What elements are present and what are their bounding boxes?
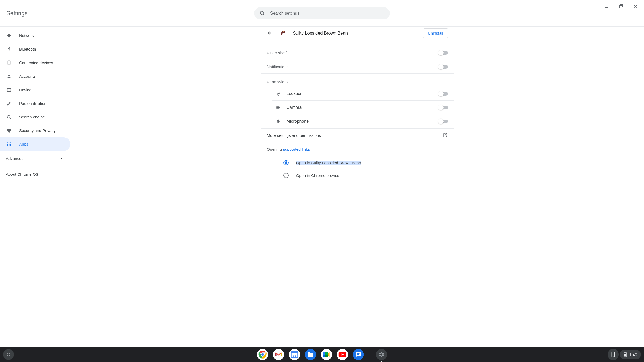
apps-grid-icon <box>6 142 12 147</box>
permission-microphone-label: Microphone <box>287 119 309 124</box>
svg-rect-25 <box>276 106 279 109</box>
shelf: 31 1:40 <box>0 347 644 362</box>
app-title: Settings <box>6 10 28 17</box>
radio-open-in-chrome[interactable]: Open in Chrome browser <box>267 169 448 182</box>
sidebar-item-label: Connected devices <box>19 60 53 65</box>
system-tray[interactable]: 1:40 <box>620 350 641 359</box>
laptop-icon <box>6 87 12 93</box>
app-detail-panel: Sulky Lopsided Brown Bean Uninstall Pin … <box>261 27 454 347</box>
svg-rect-26 <box>277 120 279 122</box>
svg-point-14 <box>7 142 8 143</box>
svg-rect-2 <box>619 5 622 8</box>
svg-point-22 <box>10 145 11 146</box>
svg-point-16 <box>10 142 11 143</box>
sidebar-item-bluetooth[interactable]: Bluetooth <box>0 42 70 56</box>
window-restore-button[interactable] <box>618 4 624 9</box>
supported-links-link[interactable]: supported links <box>283 147 310 151</box>
sidebar-item-label: Search engine <box>19 115 45 119</box>
shelf-app-calendar[interactable]: 31 <box>289 349 300 360</box>
launcher-icon <box>7 353 10 356</box>
sidebar-item-accounts[interactable]: Accounts <box>0 69 70 83</box>
svg-point-12 <box>7 115 10 118</box>
shelf-separator <box>370 350 370 359</box>
shelf-app-messages[interactable] <box>353 349 364 360</box>
more-settings-label: More settings and permissions <box>267 133 321 138</box>
search-input[interactable] <box>270 11 384 16</box>
svg-point-18 <box>9 144 10 145</box>
svg-point-24 <box>278 93 279 94</box>
location-icon <box>275 91 281 96</box>
sidebar-about-chromeos[interactable]: About Chrome OS <box>0 166 70 182</box>
sidebar-item-label: Device <box>19 88 31 92</box>
shelf-app-gmail[interactable] <box>273 349 284 360</box>
svg-point-20 <box>7 145 8 146</box>
svg-line-13 <box>10 118 11 119</box>
svg-rect-44 <box>624 354 626 357</box>
svg-point-17 <box>7 144 8 145</box>
uninstall-button[interactable]: Uninstall <box>423 28 448 38</box>
sidebar-item-label: Apps <box>19 142 28 146</box>
shelf-app-youtube[interactable] <box>337 349 348 360</box>
shelf-app-chrome[interactable] <box>257 349 268 360</box>
camera-icon <box>275 105 281 110</box>
app-icon <box>279 29 287 37</box>
notifications-label: Notifications <box>267 64 289 69</box>
sidebar-item-label: Personalization <box>19 101 47 106</box>
search-box[interactable] <box>254 7 390 19</box>
svg-rect-31 <box>291 351 298 353</box>
svg-point-9 <box>8 75 10 76</box>
more-settings-row[interactable]: More settings and permissions <box>261 128 454 142</box>
sidebar-item-device[interactable]: Device <box>0 83 70 97</box>
svg-point-29 <box>261 353 264 356</box>
window-minimize-button[interactable] <box>604 4 609 9</box>
sidebar-about-label: About Chrome OS <box>6 172 39 176</box>
person-icon <box>6 74 12 79</box>
sidebar: Network Bluetooth Connected devices Acco… <box>0 27 70 347</box>
open-in-new-icon <box>442 133 448 138</box>
window-close-button[interactable] <box>633 4 638 9</box>
permission-camera-toggle[interactable] <box>439 106 448 109</box>
microphone-icon <box>275 119 281 124</box>
permissions-heading: Permissions <box>261 73 454 87</box>
permission-camera-label: Camera <box>287 105 302 110</box>
svg-rect-36 <box>323 352 325 355</box>
permission-microphone-toggle[interactable] <box>439 120 448 123</box>
battery-icon <box>624 352 627 357</box>
search-icon <box>260 11 265 16</box>
chevron-down-icon <box>60 157 63 160</box>
tray-phone-hub[interactable] <box>608 349 619 360</box>
svg-point-15 <box>9 142 10 143</box>
radio-open-in-app[interactable]: Open in Sulky Lopsided Brown Bean <box>267 156 448 169</box>
shelf-app-meet[interactable] <box>321 349 332 360</box>
sidebar-item-personalization[interactable]: Personalization <box>0 97 70 110</box>
svg-text:31: 31 <box>293 354 296 357</box>
search-icon <box>6 114 12 120</box>
bluetooth-icon <box>6 47 12 52</box>
tray-time: 1:40 <box>629 352 637 357</box>
radio-open-in-chrome-label: Open in Chrome browser <box>296 173 341 178</box>
launcher-button[interactable] <box>3 349 14 360</box>
phone-icon <box>6 60 12 65</box>
pin-to-shelf-label: Pin to shelf <box>267 51 287 55</box>
notifications-toggle[interactable] <box>439 65 448 69</box>
pin-to-shelf-toggle[interactable] <box>439 51 448 55</box>
pencil-icon <box>6 101 12 106</box>
radio-button-unchecked-icon <box>283 173 289 178</box>
opening-prefix: Opening <box>267 147 283 151</box>
shelf-app-files[interactable] <box>305 349 316 360</box>
back-button[interactable] <box>266 30 273 36</box>
sidebar-item-network[interactable]: Network <box>0 29 70 42</box>
svg-point-21 <box>9 145 10 146</box>
sidebar-item-connected-devices[interactable]: Connected devices <box>0 56 70 69</box>
svg-rect-10 <box>7 88 11 91</box>
radio-button-checked-icon <box>283 160 289 165</box>
sidebar-advanced-toggle[interactable]: Advanced <box>0 151 70 166</box>
sidebar-item-apps[interactable]: Apps <box>0 137 70 151</box>
sidebar-item-label: Accounts <box>19 74 36 79</box>
permission-location-label: Location <box>287 91 303 96</box>
permission-location-toggle[interactable] <box>439 92 448 96</box>
sidebar-item-security-privacy[interactable]: Security and Privacy <box>0 124 70 137</box>
sidebar-item-label: Bluetooth <box>19 47 36 51</box>
sidebar-item-search-engine[interactable]: Search engine <box>0 110 70 124</box>
shelf-app-settings[interactable] <box>376 349 387 360</box>
